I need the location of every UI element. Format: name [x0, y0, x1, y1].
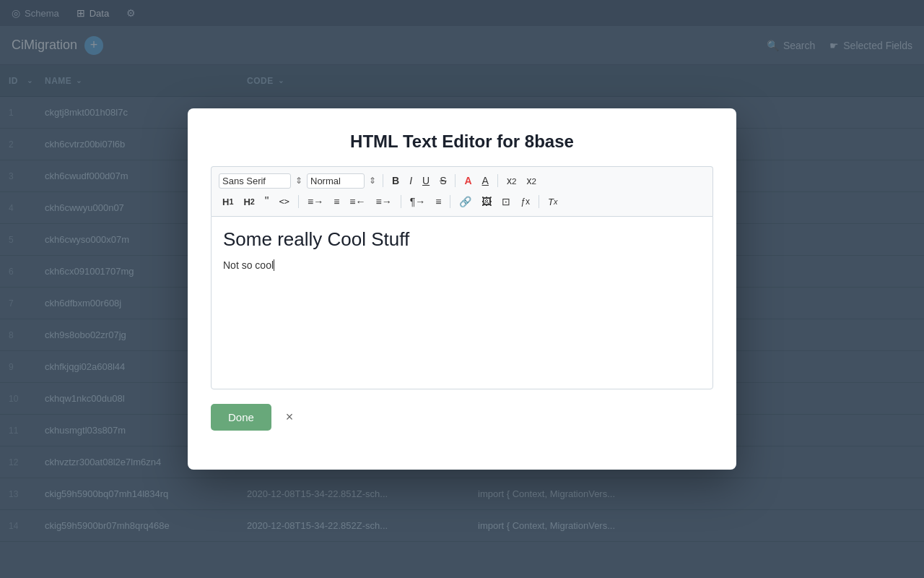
clear-format-button[interactable]: Tx [544, 194, 561, 210]
link-button[interactable]: 🔗 [456, 194, 475, 210]
separator-3 [497, 174, 498, 187]
editor-body: Not so cool [223, 259, 701, 271]
video-button[interactable]: ⊡ [498, 194, 514, 210]
indent-button[interactable]: ≡→ [372, 194, 396, 210]
cursor [274, 259, 274, 271]
html-editor-modal: HTML Text Editor for 8base Sans Serif Se… [188, 108, 736, 470]
separator-6 [450, 195, 450, 208]
editor-heading: Some really Cool Stuff [223, 228, 701, 251]
bold-button[interactable]: B [388, 173, 403, 189]
code-button[interactable]: <> [276, 194, 293, 209]
align-button[interactable]: ≡ [432, 194, 445, 210]
font-select-arrow: ⇕ [295, 176, 302, 186]
editor-toolbar: Sans Serif Serif Monospace ⇕ Normal Smal… [211, 166, 713, 216]
underline-button[interactable]: U [419, 173, 433, 189]
font-family-select[interactable]: Sans Serif Serif Monospace [219, 173, 291, 189]
subscript-button[interactable]: x2 [503, 173, 520, 189]
separator-4 [298, 195, 299, 208]
size-select-arrow: ⇕ [369, 176, 376, 186]
editor-area[interactable]: Some really Cool Stuff Not so cool [211, 216, 713, 389]
toolbar-row-2: H1 H2 " <> ≡→ ≡ ≡← ≡→ ¶→ ≡ 🔗 🖼 ⊡ ƒx Tx [219, 193, 705, 210]
done-button[interactable]: Done [211, 404, 271, 431]
image-button[interactable]: 🖼 [478, 194, 495, 210]
separator-7 [539, 195, 539, 208]
font-size-select[interactable]: Normal Small Large Huge [307, 173, 365, 189]
editor-body-text: Not so cool [223, 259, 274, 271]
strikethrough-button[interactable]: S [436, 173, 450, 189]
close-button[interactable]: × [280, 407, 300, 428]
unordered-list-button[interactable]: ≡ [330, 194, 343, 210]
formula-button[interactable]: ƒx [517, 194, 533, 209]
highlight-button[interactable]: A [479, 173, 492, 189]
outdent-button[interactable]: ≡← [346, 194, 369, 210]
modal-footer: Done × [211, 404, 713, 431]
h1-button[interactable]: H1 [219, 194, 237, 210]
modal-title: HTML Text Editor for 8base [211, 131, 713, 152]
superscript-button[interactable]: x2 [523, 173, 539, 189]
separator-1 [383, 174, 383, 187]
ordered-list-button[interactable]: ≡→ [304, 194, 327, 210]
font-color-button[interactable]: A [461, 173, 475, 189]
separator-2 [455, 174, 456, 187]
toolbar-row-1: Sans Serif Serif Monospace ⇕ Normal Smal… [219, 173, 705, 189]
italic-button[interactable]: I [406, 173, 416, 189]
separator-5 [401, 195, 401, 208]
blockquote-button[interactable]: " [261, 193, 273, 210]
rtl-button[interactable]: ¶→ [406, 194, 430, 210]
modal-overlay: HTML Text Editor for 8base Sans Serif Se… [0, 0, 924, 578]
h2-button[interactable]: H2 [240, 194, 258, 210]
